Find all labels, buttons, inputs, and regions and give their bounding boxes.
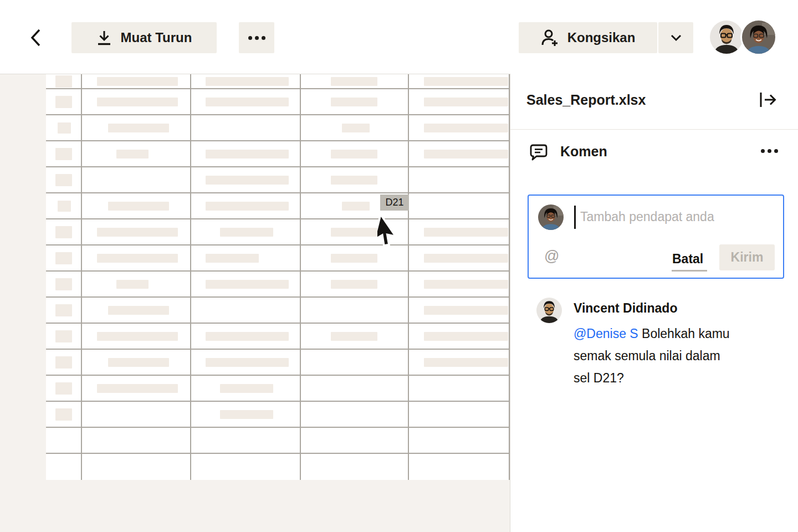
sheet-cell[interactable]	[191, 219, 301, 244]
sheet-cell[interactable]	[191, 454, 301, 480]
sheet-cell[interactable]	[82, 324, 192, 349]
sheet-cell[interactable]	[301, 193, 410, 218]
sheet-cell[interactable]	[301, 74, 410, 88]
comment-input[interactable]: Tambah pendapat anda	[580, 209, 714, 224]
sheet-cell[interactable]	[301, 428, 410, 453]
sheet-cell[interactable]	[301, 245, 410, 270]
collaborator-avatar-denise[interactable]	[742, 21, 775, 54]
sheet-cell[interactable]	[301, 272, 410, 296]
sheet-cell[interactable]	[191, 428, 301, 453]
sheet-cell[interactable]	[409, 219, 509, 244]
sheet-cell[interactable]	[82, 141, 192, 166]
sheet-cell[interactable]	[301, 115, 410, 140]
sheet-cell[interactable]	[82, 376, 192, 401]
sheet-cell[interactable]	[191, 272, 301, 296]
sheet-cell[interactable]	[82, 298, 192, 323]
sheet-cell[interactable]	[82, 89, 192, 114]
back-button[interactable]	[25, 27, 45, 49]
sheet-cell[interactable]	[191, 167, 301, 192]
sheet-cell[interactable]	[301, 376, 410, 401]
sheet-cell[interactable]	[46, 167, 82, 192]
sheet-cell[interactable]	[409, 74, 509, 88]
sheet-cell[interactable]	[82, 167, 192, 192]
sheet-cell[interactable]	[191, 141, 301, 166]
sheet-cell[interactable]	[82, 245, 192, 270]
sheet-cell[interactable]	[82, 193, 192, 218]
sheet-cell[interactable]	[191, 350, 301, 375]
sheet-cell[interactable]	[46, 428, 82, 453]
sheet-cell[interactable]	[409, 324, 509, 349]
submit-button[interactable]: Kirim	[719, 244, 775, 270]
ellipsis-icon	[761, 149, 778, 153]
sheet-cell[interactable]	[46, 298, 82, 323]
collaborator-avatar-vincent[interactable]	[710, 21, 743, 54]
sheet-cell[interactable]	[409, 298, 509, 323]
sheet-cell[interactable]	[191, 193, 301, 218]
sheet-cell[interactable]	[46, 350, 82, 375]
sheet-cell[interactable]	[46, 193, 82, 218]
sheet-cell[interactable]	[46, 402, 82, 427]
sheet-cell[interactable]	[409, 89, 509, 114]
collapse-panel-button[interactable]	[758, 90, 778, 110]
sheet-cell[interactable]	[409, 376, 509, 401]
sheet-cell[interactable]	[409, 115, 509, 140]
sheet-cell[interactable]	[82, 402, 192, 427]
sheet-cell[interactable]	[191, 324, 301, 349]
sheet-cell[interactable]	[409, 245, 509, 270]
sheet-cell[interactable]	[191, 402, 301, 427]
more-options-button[interactable]	[239, 22, 274, 53]
sheet-cell[interactable]	[46, 376, 82, 401]
sheet-cell[interactable]	[409, 272, 509, 296]
comments-more-button[interactable]	[761, 149, 778, 153]
sheet-cell[interactable]	[46, 115, 82, 140]
sheet-cell[interactable]	[301, 402, 410, 427]
share-dropdown-button[interactable]	[658, 22, 693, 53]
sheet-cell[interactable]	[409, 350, 509, 375]
sheet-cell[interactable]	[301, 298, 410, 323]
sheet-cell[interactable]	[301, 454, 410, 480]
sheet-cell[interactable]	[46, 141, 82, 166]
cancel-button[interactable]: Batal	[672, 252, 703, 267]
sheet-cell[interactable]	[191, 115, 301, 140]
sheet-cell[interactable]	[409, 428, 509, 453]
sheet-cell[interactable]	[301, 89, 410, 114]
sheet-cell[interactable]	[82, 115, 192, 140]
cell-content-placeholder	[206, 98, 289, 106]
sheet-cell[interactable]	[82, 350, 192, 375]
sheet-cell[interactable]	[301, 350, 410, 375]
sheet-cell[interactable]	[409, 402, 509, 427]
sheet-cell[interactable]	[46, 272, 82, 296]
sheet-cell[interactable]	[82, 74, 192, 88]
sheet-row	[46, 219, 509, 245]
sheet-cell[interactable]	[82, 272, 192, 296]
comment-text-line2: semak semula nilai dalam	[574, 349, 720, 363]
speech-bubble-icon	[529, 144, 548, 161]
sheet-cell[interactable]	[82, 454, 192, 480]
sheet-cell[interactable]	[46, 454, 82, 480]
sheet-cell[interactable]	[301, 324, 410, 349]
sheet-cell[interactable]	[409, 141, 509, 166]
mention-button[interactable]: @	[544, 248, 559, 265]
sheet-cell[interactable]	[46, 324, 82, 349]
sheet-cell[interactable]	[46, 74, 82, 88]
sheet-cell[interactable]	[82, 219, 192, 244]
sheet-cell[interactable]	[409, 454, 509, 480]
download-button[interactable]: Muat Turun	[71, 22, 217, 53]
sheet-cell[interactable]	[46, 219, 82, 244]
sheet-cell[interactable]	[46, 89, 82, 114]
sheet-cell[interactable]	[191, 376, 301, 401]
sheet-cell[interactable]	[409, 167, 509, 192]
sheet-cell[interactable]	[46, 245, 82, 270]
sheet-cell[interactable]	[301, 167, 410, 192]
sheet-cell[interactable]	[191, 245, 301, 270]
sheet-cell[interactable]	[191, 298, 301, 323]
sheet-cell[interactable]	[191, 89, 301, 114]
sheet-cell[interactable]	[301, 219, 410, 244]
sheet-cell[interactable]	[409, 193, 509, 218]
share-button[interactable]: Kongsikan	[519, 22, 657, 53]
sheet-cell[interactable]	[301, 141, 410, 166]
sheet-cell[interactable]	[191, 74, 301, 88]
mention-link[interactable]: @Denise S	[574, 326, 638, 341]
cell-content-placeholder	[97, 254, 178, 263]
sheet-cell[interactable]	[82, 428, 192, 453]
